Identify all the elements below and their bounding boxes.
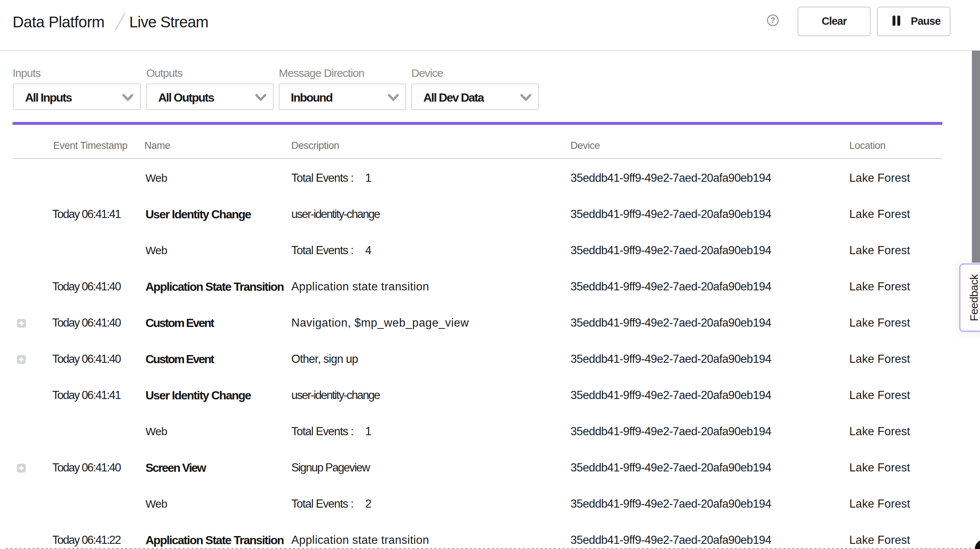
svg-text:?: ? (770, 16, 775, 24)
